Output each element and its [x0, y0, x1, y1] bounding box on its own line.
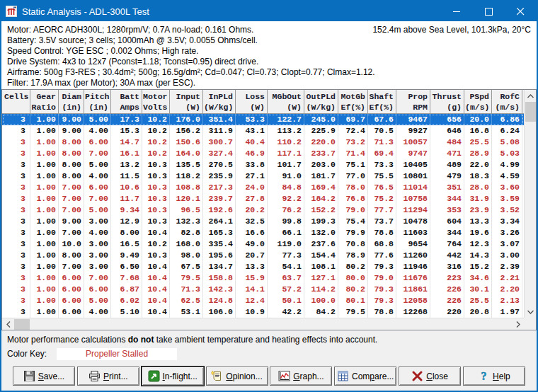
- table-cell: 16.5: [111, 238, 142, 250]
- table-cell: 20.8: [464, 306, 492, 318]
- table-cell: 20.0: [464, 114, 492, 125]
- table-row[interactable]: 31.006.006.006.8710.471.3142.314.157.211…: [2, 284, 524, 295]
- table-row[interactable]: 31.007.006.0010.610.3108.8217.324.084.81…: [2, 182, 524, 193]
- table-cell: 67.5: [170, 261, 203, 272]
- table-cell: 1.00: [30, 261, 59, 272]
- table-cell: 84.8: [268, 182, 304, 193]
- table-cell: 78.0: [338, 182, 368, 193]
- table-cell: 1.00: [30, 204, 59, 216]
- chevron-left-icon: [6, 321, 11, 328]
- table-cell: 10.3: [142, 193, 170, 204]
- table-cell: 80.2: [338, 261, 368, 272]
- table-cell: 10.2: [142, 114, 170, 125]
- table-cell: 8.00: [59, 159, 84, 171]
- table-cell: 327.4: [203, 148, 236, 159]
- table-cell: 225.9: [304, 125, 338, 137]
- table-row[interactable]: 31.007.007.0011.710.3120.1239.727.892.21…: [2, 193, 524, 204]
- table-cell: 27.1: [236, 171, 268, 182]
- scroll-left-button[interactable]: [2, 318, 14, 330]
- table-cell: 10.3: [142, 159, 170, 171]
- table-cell: 10.2: [142, 238, 170, 250]
- info-line: 152.4m above Sea Level, 101.3kPa, 20°CMo…: [7, 25, 531, 35]
- table-row[interactable]: 31.009.003.0012.910.3132.3264.132.599.81…: [2, 216, 524, 227]
- table-row[interactable]: 31.008.005.0013.210.3135.5270.533.8101.7…: [2, 159, 524, 171]
- table-cell: 73.2: [338, 137, 368, 148]
- help-button[interactable]: ?Help: [463, 367, 525, 386]
- inflight-label: In-flight...: [163, 371, 198, 381]
- table-cell: 3.00: [84, 238, 111, 250]
- close-label: Close: [426, 371, 448, 381]
- table-cell: 489: [430, 159, 464, 171]
- horizontal-scroll-thumb[interactable]: [14, 319, 30, 330]
- table-cell: 4.00: [84, 171, 111, 182]
- table-cell: 3.26: [492, 227, 522, 238]
- table-cell: 15.2: [464, 261, 492, 272]
- table-row[interactable]: 31.008.004.0011.510.3118.2235.927.191.01…: [2, 171, 524, 182]
- scroll-right-button[interactable]: [512, 318, 524, 330]
- horizontal-scrollbar[interactable]: [2, 318, 524, 330]
- table-cell: 79.3: [368, 295, 396, 306]
- print-button[interactable]: Print...: [77, 367, 139, 386]
- table-row[interactable]: 31.006.005.006.0210.462.5124.812.450.110…: [2, 295, 524, 306]
- table-cell: 1.00: [30, 306, 59, 318]
- table-cell: 79.3: [368, 261, 396, 272]
- table-cell: 344: [430, 193, 464, 204]
- table-cell: 11.7: [111, 193, 142, 204]
- table-cell: 6.00: [84, 284, 111, 295]
- close-button[interactable]: Close: [399, 367, 461, 386]
- table-row[interactable]: 31.006.004.005.1010.453.1106.010.942.284…: [2, 306, 524, 318]
- table-cell: 1.00: [30, 193, 59, 204]
- table-cell: 3: [2, 250, 30, 261]
- table-row[interactable]: 31.007.005.009.3410.396.5192.620.276.215…: [2, 204, 524, 216]
- table-cell: 7.00: [59, 182, 84, 193]
- table-cell: 108.1: [304, 261, 338, 272]
- table-cell: 23.9: [464, 204, 492, 216]
- inflight-button[interactable]: In-flight...: [142, 367, 204, 386]
- table-cell: 119.0: [268, 238, 304, 250]
- window-title: Static Analysis - ADL-300L Test: [22, 6, 441, 17]
- table-cell: 22.0: [464, 159, 492, 171]
- table-cell: 106.0: [203, 306, 236, 318]
- table-cell: 1.00: [30, 295, 59, 306]
- close-button[interactable]: [505, 1, 537, 21]
- minimize-button[interactable]: [441, 1, 473, 21]
- table-cell: 10.4: [142, 272, 170, 284]
- table-cell: 78.9: [338, 250, 368, 261]
- table-cell: 132.0: [304, 227, 338, 238]
- table-cell: 28.9: [464, 148, 492, 159]
- table-cell: 9927: [396, 125, 430, 137]
- opinion-button[interactable]: Opinion...: [206, 367, 268, 386]
- table-cell: 28.0: [464, 182, 492, 193]
- table-row[interactable]: 31.006.007.007.6810.479.5158.815.963.712…: [2, 272, 524, 284]
- column-header-motor: MotorVolts: [142, 90, 170, 113]
- table-row[interactable]: 31.009.004.0015.310.2156.2311.943.1113.2…: [2, 125, 524, 137]
- chevron-right-icon: [516, 321, 520, 328]
- table-cell: 4.59: [492, 171, 522, 182]
- compare-button[interactable]: Compare...: [334, 367, 396, 386]
- vertical-scrollbar[interactable]: [524, 90, 536, 318]
- table-cell: 7.00: [84, 272, 111, 284]
- table-row[interactable]: 31.007.003.006.5010.467.5134.713.354.110…: [2, 261, 524, 272]
- table-cell: 12.3: [464, 238, 492, 250]
- save-button[interactable]: Save...: [13, 367, 75, 386]
- scroll-down-button[interactable]: [525, 306, 537, 318]
- graph-button[interactable]: Graph...: [270, 367, 332, 386]
- table-row[interactable]: 31.008.003.009.4910.398.0195.620.777.315…: [2, 250, 524, 261]
- table-cell: 10.3: [142, 216, 170, 227]
- table-row[interactable]: 31.008.006.0014.710.2150.6300.740.4110.2…: [2, 137, 524, 148]
- table-row[interactable]: 31.008.007.0016.110.2164.0327.446.9117.1…: [2, 148, 524, 159]
- table-row[interactable]: 31.0010.03.0016.510.2168.0335.449.0119.0…: [2, 238, 524, 250]
- table-cell: 79.3: [368, 284, 396, 295]
- table-cell: 46.9: [236, 148, 268, 159]
- help-icon: ?: [478, 370, 490, 382]
- table-cell: 24.0: [236, 182, 268, 193]
- table-row[interactable]: 31.009.005.0017.310.2176.0351.453.3122.7…: [2, 114, 524, 125]
- maximize-button[interactable]: [473, 1, 505, 21]
- vertical-scroll-thumb[interactable]: [525, 102, 536, 122]
- scroll-up-button[interactable]: [525, 90, 537, 102]
- table-cell: 235.9: [203, 171, 236, 182]
- table-cell: 270.5: [203, 159, 236, 171]
- table-row[interactable]: 31.007.004.008.0010.482.8165.316.666.113…: [2, 227, 524, 238]
- table-cell: 11603: [396, 227, 430, 238]
- table-cell: 6.24: [492, 125, 522, 137]
